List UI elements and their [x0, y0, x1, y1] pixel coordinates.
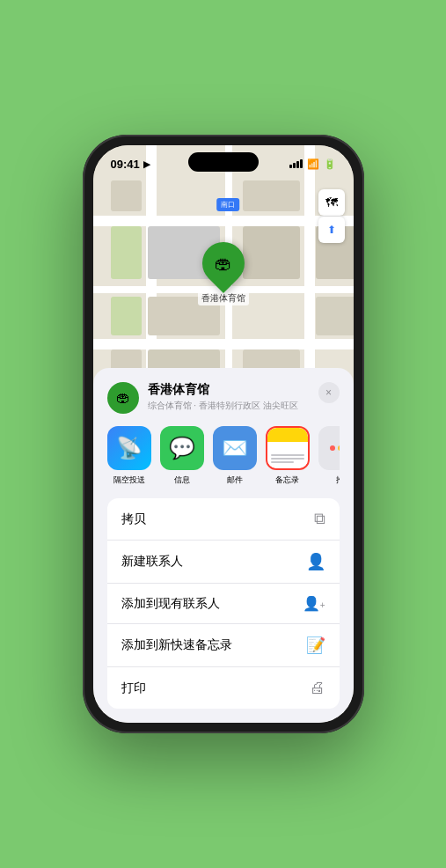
copy-label: 拷贝: [121, 511, 146, 527]
add-contact-label: 添加到现有联系人: [121, 596, 220, 612]
mail-label: 邮件: [227, 474, 243, 486]
share-row: 📡 隔空投送 💬 信息 ✉️ 邮件: [107, 426, 340, 486]
status-time: 09:41 ▶: [111, 158, 150, 171]
note-icon: 📝: [306, 636, 325, 655]
dynamic-island: [188, 152, 259, 172]
messages-label: 信息: [174, 474, 190, 486]
action-print[interactable]: 打印 🖨: [107, 667, 340, 709]
pin-icon: 🏟: [194, 233, 253, 293]
action-new-contact[interactable]: 新建联系人 👤: [107, 541, 340, 584]
airdrop-label: 隔空投送: [113, 474, 145, 486]
location-pin: 🏟 香港体育馆: [198, 242, 249, 305]
wifi-icon: 📶: [307, 158, 319, 170]
place-emoji: 🏟: [116, 390, 130, 406]
print-icon: 🖨: [310, 679, 325, 697]
map-controls: 🗺 ⬆: [318, 189, 345, 243]
bottom-sheet: 🏟 香港体育馆 综合体育馆 · 香港特别行政区 油尖旺区 × 📡 隔空投送: [93, 368, 354, 723]
action-list: 拷贝 ⧉ 新建联系人 👤 添加到现有联系人 👤+ 添加到新快速备忘录 📝 打印: [107, 498, 340, 709]
location-button[interactable]: ⬆: [318, 217, 345, 243]
status-icons: 📶 🔋: [289, 158, 336, 170]
phone-frame: 09:41 ▶ 📶 🔋: [83, 135, 364, 733]
new-contact-label: 新建联系人: [121, 554, 183, 570]
time-display: 09:41: [111, 158, 140, 171]
action-add-contact[interactable]: 添加到现有联系人 👤+: [107, 584, 340, 624]
copy-icon: ⧉: [314, 510, 325, 528]
action-quick-note[interactable]: 添加到新快速备忘录 📝: [107, 624, 340, 667]
map-view-button[interactable]: 🗺: [318, 189, 345, 216]
action-copy[interactable]: 拷贝 ⧉: [107, 498, 340, 541]
more-icon: [318, 426, 340, 470]
signal-icon: [289, 159, 303, 168]
phone-screen: 09:41 ▶ 📶 🔋: [93, 145, 354, 723]
notes-icon: [266, 426, 310, 470]
place-name: 香港体育馆: [148, 382, 310, 398]
more-label: 推: [336, 474, 340, 486]
quick-note-label: 添加到新快速备忘录: [121, 637, 232, 653]
place-info: 香港体育馆 综合体育馆 · 香港特别行政区 油尖旺区: [148, 382, 310, 412]
airdrop-icon: 📡: [107, 426, 151, 470]
share-item-messages[interactable]: 💬 信息: [160, 426, 204, 486]
map-label: 南口: [216, 198, 239, 211]
pin-emoji: 🏟: [215, 254, 232, 274]
battery-icon: 🔋: [324, 158, 336, 170]
close-button[interactable]: ×: [318, 382, 340, 403]
person-add-icon: 👤+: [303, 595, 325, 612]
share-item-mail[interactable]: ✉️ 邮件: [213, 426, 257, 486]
messages-icon: 💬: [160, 426, 204, 470]
mail-icon: ✉️: [213, 426, 257, 470]
print-label: 打印: [121, 680, 146, 696]
share-item-airdrop[interactable]: 📡 隔空投送: [107, 426, 151, 486]
place-icon: 🏟: [107, 382, 139, 414]
person-icon: 👤: [306, 552, 325, 571]
share-item-more[interactable]: 推: [318, 426, 340, 486]
notes-label: 备忘录: [275, 474, 299, 486]
share-item-notes[interactable]: 备忘录: [266, 426, 310, 486]
place-description: 综合体育馆 · 香港特别行政区 油尖旺区: [148, 400, 310, 412]
location-icon: ▶: [143, 159, 150, 169]
place-header: 🏟 香港体育馆 综合体育馆 · 香港特别行政区 油尖旺区 ×: [107, 382, 340, 414]
